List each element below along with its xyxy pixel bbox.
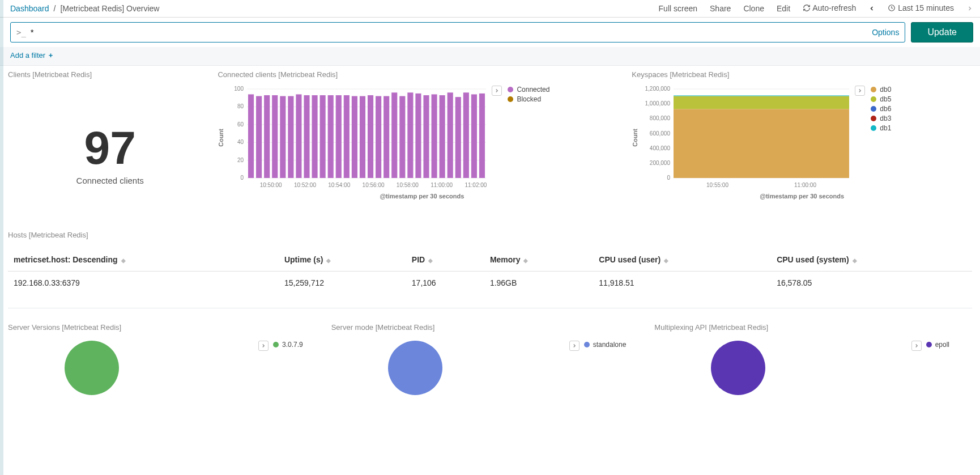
table-row[interactable]: 192.168.0.33:637915,259,71217,1061.96GB1…: [8, 271, 972, 294]
svg-rect-23: [328, 95, 334, 178]
legend-item[interactable]: db1: [871, 124, 891, 132]
legend-item[interactable]: Blocked: [508, 95, 549, 103]
connected-clients-chart: 02040608010010:50:0010:52:0010:54:0010:5…: [228, 86, 488, 190]
legend-swatch: [871, 87, 876, 92]
legend-swatch: [584, 342, 590, 347]
legend-toggle[interactable]: [258, 341, 269, 351]
hosts-col-header[interactable]: Memory ◆: [484, 248, 593, 272]
legend-swatch: [871, 125, 876, 131]
keyspaces-legend: db0db5db6db3db1: [871, 86, 891, 190]
legend-swatch: [508, 96, 513, 102]
share-button[interactable]: Share: [710, 4, 731, 13]
filter-bar: Add a filter +: [0, 47, 980, 66]
chevron-right-icon: [261, 343, 266, 349]
legend-toggle[interactable]: [492, 86, 502, 96]
legend-toggle[interactable]: [569, 341, 580, 351]
svg-text:11:00:00: 11:00:00: [794, 182, 816, 188]
svg-rect-20: [304, 95, 310, 178]
breadcrumb-page: [Metricbeat Redis] Overview: [60, 4, 159, 13]
query-input-wrap[interactable]: >_ Options: [10, 22, 905, 43]
legend-swatch: [871, 96, 876, 102]
query-options-link[interactable]: Options: [872, 28, 899, 37]
legend-label: db5: [880, 95, 891, 103]
row-1: Clients [Metricbeat Redis] 97 Connected …: [0, 66, 980, 226]
hosts-col-header[interactable]: PID ◆: [406, 248, 484, 272]
hosts-col-header[interactable]: Uptime (s) ◆: [279, 248, 406, 272]
panel-title: Server Versions [Metricbeat Redis]: [8, 323, 326, 332]
svg-rect-16: [272, 95, 278, 178]
panel-hosts: Hosts [Metricbeat Redis] metricset.host:…: [0, 226, 980, 319]
legend-item[interactable]: 3.0.7.9: [273, 341, 303, 349]
hosts-col-header[interactable]: CPU used (user) ◆: [593, 248, 771, 272]
chevron-left-icon: [868, 5, 875, 14]
chevron-right-icon: [914, 343, 919, 349]
legend-swatch: [871, 116, 876, 121]
panel-multiplexing: Multiplexing API [Metricbeat Redis] epol…: [654, 323, 972, 395]
svg-rect-19: [296, 94, 302, 178]
hosts-col-header[interactable]: metricset.host: Descending ◆: [8, 248, 279, 272]
svg-rect-21: [312, 95, 318, 178]
query-prompt-icon: >_: [16, 28, 26, 37]
edit-button[interactable]: Edit: [777, 4, 790, 13]
plus-icon: +: [49, 51, 53, 60]
legend-item[interactable]: db3: [871, 114, 891, 122]
time-forward-button[interactable]: [966, 3, 973, 13]
keyspaces-chart: 0200,000400,000600,000800,0001,000,0001,…: [642, 86, 851, 190]
svg-text:11:02:00: 11:02:00: [465, 182, 487, 188]
legend-item[interactable]: db5: [871, 95, 891, 103]
legend-item[interactable]: db0: [871, 86, 891, 94]
full-screen-button[interactable]: Full screen: [659, 4, 697, 13]
svg-text:40: 40: [237, 139, 244, 145]
chevron-right-icon: [494, 88, 500, 94]
svg-rect-38: [448, 92, 453, 178]
add-filter-link[interactable]: Add a filter +: [10, 51, 53, 60]
svg-text:1,000,000: 1,000,000: [645, 100, 671, 107]
panel-title: Keyspaces [Metricbeat Redis]: [632, 70, 972, 79]
top-actions: Full screen Share Clone Edit Auto-refres…: [659, 3, 973, 14]
update-button[interactable]: Update: [911, 22, 973, 43]
svg-rect-41: [471, 94, 477, 178]
panel-server-versions: Server Versions [Metricbeat Redis] 3.0.7…: [8, 323, 326, 395]
svg-rect-66: [674, 95, 849, 96]
panel-clients-metric: Clients [Metricbeat Redis] 97 Connected …: [8, 70, 212, 222]
legend-toggle[interactable]: [855, 86, 865, 96]
breadcrumb-root[interactable]: Dashboard: [10, 4, 49, 13]
sort-icon: ◆: [853, 257, 857, 264]
legend-swatch: [871, 106, 876, 112]
clients-metric: 97 Connected clients: [8, 86, 212, 222]
svg-rect-29: [376, 96, 381, 177]
chevron-right-icon: [966, 5, 973, 14]
panel-title: Connected clients [Metricbeat Redis]: [218, 70, 626, 79]
svg-text:0: 0: [667, 175, 671, 181]
hosts-table: metricset.host: Descending ◆Uptime (s) ◆…: [8, 248, 972, 294]
legend-item[interactable]: epoll: [926, 341, 949, 349]
multiplexing-legend: epoll: [926, 341, 949, 349]
query-input[interactable]: [31, 27, 872, 37]
svg-rect-13: [248, 94, 254, 178]
svg-text:60: 60: [237, 121, 244, 128]
table-cell: 15,259,712: [279, 271, 406, 294]
x-axis-label: @timestamp per 30 seconds: [632, 193, 972, 200]
panel-server-mode: Server mode [Metricbeat Redis] standalon…: [331, 323, 649, 395]
time-back-button[interactable]: [868, 3, 875, 13]
clock-icon: [888, 4, 896, 14]
legend-toggle[interactable]: [911, 341, 922, 351]
sort-icon: ◆: [326, 257, 331, 264]
time-range-picker[interactable]: Last 15 minutes: [888, 3, 954, 14]
legend-item[interactable]: Connected: [508, 86, 549, 94]
svg-rect-32: [400, 96, 406, 177]
legend-item[interactable]: db6: [871, 105, 891, 113]
clone-button[interactable]: Clone: [743, 4, 764, 13]
auto-refresh-button[interactable]: Auto-refresh: [803, 3, 856, 14]
svg-text:100: 100: [235, 86, 244, 92]
svg-text:10:50:00: 10:50:00: [260, 182, 282, 188]
svg-text:10:58:00: 10:58:00: [397, 182, 419, 188]
hosts-col-header[interactable]: CPU used (system) ◆: [771, 248, 972, 272]
svg-rect-31: [392, 92, 398, 178]
chevron-right-icon: [857, 88, 863, 94]
svg-rect-37: [440, 95, 445, 178]
multiplexing-pie: [711, 341, 765, 395]
svg-rect-17: [280, 96, 286, 177]
legend-item[interactable]: standalone: [584, 341, 627, 349]
row-pies: Server Versions [Metricbeat Redis] 3.0.7…: [0, 319, 980, 400]
